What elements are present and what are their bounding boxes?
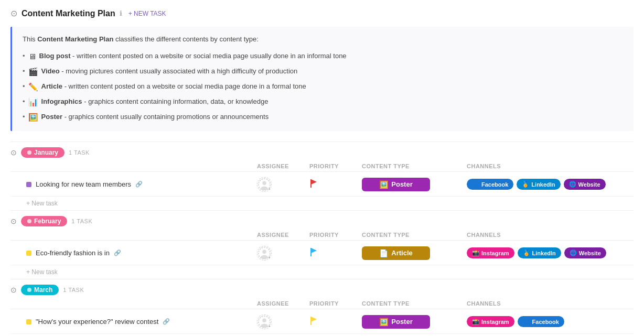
description-list: 🖥 Blog post - written content posted on … [23,50,623,124]
cols-header-january: ASSIGNEEPRIORITYCONTENT TYPECHANNELS [10,161,634,172]
video-icon: 🎬 [28,66,38,78]
priority-cell [309,316,362,328]
col-header-assignee-january: ASSIGNEE [257,163,309,169]
add-task-link-january[interactable]: + New task [10,197,634,210]
new-task-button[interactable]: + NEW TASK [126,9,168,18]
priority-flag-icon[interactable] [309,178,318,191]
cols-header-february: ASSIGNEEPRIORITYCONTENT TYPECHANNELS [10,230,634,241]
task-name-col-header-january [26,163,257,169]
channel-label-website: Website [578,181,600,188]
svg-point-8 [261,255,268,259]
content-type-cell: 🖼️Poster [362,315,467,329]
add-task-link-march[interactable]: + New task [10,334,634,336]
month-dot-january [27,150,31,155]
page-title: Content Marketing Plan [22,9,115,18]
channel-tag-instagram[interactable]: 📸Instagram [467,247,514,258]
svg-point-7 [262,250,266,253]
month-dot-march [27,288,31,292]
col-header-channels-march: CHANNELS [467,300,634,307]
description-bold: Content Marketing Plan [37,35,113,43]
task-name-text[interactable]: Looking for new team members [36,180,131,188]
channel-tag-facebook[interactable]: 👤Facebook [467,179,513,190]
attachment-icon[interactable]: 🔗 [114,250,121,256]
description-box: This Content Marketing Plan classifies t… [10,27,634,131]
col-header-assignee-february: ASSIGNEE [257,232,309,238]
section-header-march: ⊙March1 TASK [10,279,634,298]
attachment-icon[interactable]: 🔗 [163,318,170,325]
channel-icon-facebook: 👤 [472,181,479,188]
channels-cell: 📸Instagram🏅LinkedIn🌐Website [467,247,634,258]
priority-flag-icon[interactable] [309,316,318,328]
col-header-priority-january: PRIORITY [309,163,362,169]
col-header-channels-january: CHANNELS [467,163,634,169]
content-type-icon: 📄 [379,249,388,257]
month-badge-january[interactable]: January [21,147,65,158]
channel-tag-linkedin[interactable]: 🏅LinkedIn [517,179,560,190]
task-color-dot [26,182,31,187]
collapse-chevron[interactable]: ⊙ [10,8,17,18]
list-item-infographics-text: Infographics - graphics content containi… [41,96,269,107]
content-type-cell: 📄Article [362,246,467,260]
channel-tag-facebook[interactable]: 👤Facebook [518,316,564,327]
list-item-article: ✏️ Article - written content posted on a… [23,81,623,93]
blog-icon: 🖥 [28,50,36,63]
content-type-label: Poster [391,180,412,188]
avatar[interactable]: + [257,246,272,261]
avatar[interactable]: + [257,177,272,192]
channel-icon-linkedin: 🏅 [522,181,529,188]
task-name-col-header-february [26,232,257,238]
content-type-badge[interactable]: 📄Article [362,246,430,260]
svg-point-14 [261,324,268,328]
channel-icon-website: 🌐 [570,250,577,256]
page-header: ⊙ Content Marketing Plan ℹ + NEW TASK [10,8,634,18]
description-intro: This Content Marketing Plan classifies t… [23,34,623,45]
table-row: Eco-friendly fashion is in🔗 + 📄Article📸I… [10,242,634,265]
task-color-dot [26,319,31,324]
priority-flag-icon[interactable] [309,247,318,259]
svg-marker-11 [311,248,317,253]
content-type-label: Article [391,249,412,257]
content-type-label: Poster [391,318,412,326]
svg-point-1 [262,181,266,185]
channel-tag-linkedin[interactable]: 🏅LinkedIn [518,247,561,258]
content-type-badge[interactable]: 🖼️Poster [362,315,430,329]
svg-text:+: + [268,187,270,191]
sections-container: ⊙January1 TASKASSIGNEEPRIORITYCONTENT TY… [10,142,634,336]
col-header-priority-february: PRIORITY [309,232,362,238]
channel-tag-website[interactable]: 🌐Website [564,179,606,190]
attachment-icon[interactable]: 🔗 [135,181,143,188]
add-task-link-february[interactable]: + New task [10,265,634,279]
task-count-march: 1 TASK [63,287,84,293]
channel-label-website: Website [579,250,601,256]
channel-label-facebook: Facebook [532,319,559,325]
section-chevron-january[interactable]: ⊙ [10,148,17,157]
avatar[interactable]: + [257,315,272,329]
svg-point-13 [262,318,266,322]
priority-cell [309,178,362,191]
task-name-text[interactable]: Eco-friendly fashion is in [36,249,110,257]
channel-icon-linkedin: 🏅 [523,250,530,256]
task-count-january: 1 TASK [69,149,90,156]
channel-icon-website: 🌐 [569,181,576,188]
channel-tag-website[interactable]: 🌐Website [564,247,606,258]
channels-cell: 👤Facebook🏅LinkedIn🌐Website [467,179,634,190]
svg-marker-17 [311,317,317,322]
main-container: ⊙ Content Marketing Plan ℹ + NEW TASK Th… [0,0,644,336]
info-icon[interactable]: ℹ [120,9,122,17]
task-name-text[interactable]: "How's your experience?" review contest [36,318,158,326]
content-type-badge[interactable]: 🖼️Poster [362,178,430,191]
svg-marker-5 [311,179,317,185]
content-type-icon: 🖼️ [379,318,388,326]
task-name-cell: Eco-friendly fashion is in🔗 [26,249,257,257]
channel-label-linkedin: LinkedIn [531,181,555,188]
section-march: ⊙March1 TASKASSIGNEEPRIORITYCONTENT TYPE… [10,279,634,336]
section-chevron-march[interactable]: ⊙ [10,286,17,294]
month-badge-february[interactable]: February [21,216,67,226]
section-chevron-february[interactable]: ⊙ [10,217,17,225]
month-badge-march[interactable]: March [21,285,59,295]
channel-label-facebook: Facebook [481,181,508,188]
col-header-priority-march: PRIORITY [309,300,362,307]
section-header-january: ⊙January1 TASK [10,142,634,161]
channel-tag-instagram[interactable]: 📸Instagram [467,316,514,327]
channel-label-linkedin: LinkedIn [532,250,556,256]
